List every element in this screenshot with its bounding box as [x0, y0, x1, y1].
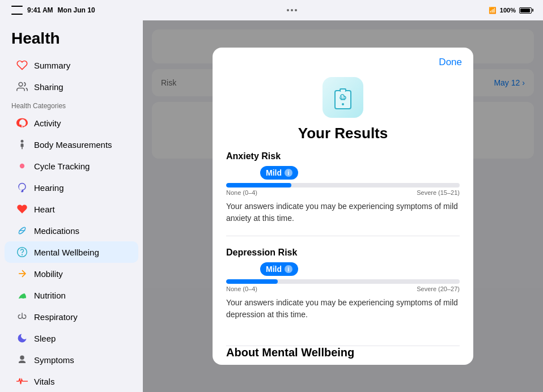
section-divider: [226, 236, 460, 236]
depression-badge-label: Mild: [266, 265, 282, 274]
battery-icon: [519, 7, 532, 14]
symptoms-icon: [16, 353, 28, 366]
sidebar-item-mobility[interactable]: Mobility: [5, 263, 138, 284]
sidebar-item-heart[interactable]: Heart: [5, 198, 138, 220]
heart-icon: [16, 203, 28, 215]
anxiety-badge-label: Mild: [266, 168, 282, 177]
main-content: Health Summary: [0, 20, 543, 392]
vitals-label: Vitals: [34, 377, 54, 386]
anxiety-progress-container: None (0–4) Severe (15–21): [226, 183, 460, 196]
depression-risk-title: Depression Risk: [226, 248, 460, 258]
respiratory-label: Respiratory: [34, 312, 78, 322]
anxiety-risk-section: Anxiety Risk Mild i: [226, 151, 460, 224]
depression-info-icon[interactable]: i: [285, 265, 292, 273]
done-button[interactable]: Done: [439, 57, 462, 68]
status-date: Mon Jun 10: [58, 6, 95, 14]
sidebar-item-symptoms[interactable]: Symptoms: [5, 349, 138, 370]
sidebar-item-body-measurements[interactable]: Body Measurements: [5, 134, 138, 155]
modal-body: Anxiety Risk Mild i: [213, 151, 473, 346]
depression-label-left: None (0–4): [226, 286, 257, 292]
sidebar-item-hearing[interactable]: Hearing: [5, 177, 138, 198]
anxiety-progress-fill: [226, 183, 291, 188]
heart-outline-icon: [16, 59, 28, 71]
mental-wellbeing-label: Mental Wellbeing: [34, 248, 99, 257]
body-measurements-icon: [16, 138, 28, 151]
depression-risk-section: Depression Risk Mild i: [226, 248, 460, 321]
status-bar: 9:41 AM Mon Jun 10 📶 100%: [0, 0, 543, 20]
sleep-label: Sleep: [34, 334, 56, 343]
sidebar-item-sharing[interactable]: Sharing: [5, 76, 138, 97]
svg-point-1: [20, 164, 24, 168]
hearing-label: Hearing: [34, 183, 64, 193]
sidebar-item-activity[interactable]: Activity: [5, 112, 138, 134]
sidebar: Health Summary: [0, 20, 143, 392]
symptoms-label: Symptoms: [34, 355, 74, 365]
sidebar-item-sleep[interactable]: Sleep: [5, 327, 138, 349]
sidebar-item-respiratory[interactable]: Respiratory: [5, 306, 138, 327]
anxiety-badge-row: Mild i: [226, 166, 460, 180]
mobility-label: Mobility: [34, 269, 63, 279]
anxiety-mild-badge: Mild i: [260, 166, 298, 180]
anxiety-risk-title: Anxiety Risk: [226, 151, 460, 161]
activity-icon: [16, 117, 28, 129]
sharing-label: Sharing: [34, 82, 63, 92]
sleep-icon: [16, 332, 28, 344]
modal-icon-area: [213, 68, 473, 122]
anxiety-progress-labels: None (0–4) Severe (15–21): [226, 189, 460, 196]
sidebar-title: Health: [0, 27, 143, 54]
sidebar-item-nutrition[interactable]: Nutrition: [5, 284, 138, 306]
sidebar-item-summary[interactable]: Summary: [5, 54, 138, 76]
depression-progress-fill: [226, 279, 278, 284]
anxiety-progress-track: [226, 183, 460, 188]
results-modal: Done: [213, 48, 473, 365]
depression-progress-track: [226, 279, 460, 284]
svg-point-10: [342, 103, 344, 105]
modal-overlay: Done: [143, 20, 543, 392]
modal-title: Your Results: [213, 122, 473, 151]
about-mental-wellbeing-title: About Mental Wellbeing: [213, 346, 473, 365]
depression-badge-row: Mild i: [226, 262, 460, 276]
sidebar-item-vitals[interactable]: Vitals: [5, 370, 138, 392]
depression-progress-container: None (0–4) Severe (20–27): [226, 279, 460, 292]
dots-indicator: [287, 9, 297, 11]
nutrition-icon: [16, 289, 28, 301]
sidebar-item-mental-wellbeing[interactable]: Mental Wellbeing: [5, 241, 138, 263]
body-measurements-label: Body Measurements: [34, 140, 112, 150]
modal-header: Done: [213, 48, 473, 68]
sharing-icon: [16, 80, 28, 93]
medications-label: Medications: [34, 226, 79, 236]
cycle-tracking-label: Cycle Tracking: [34, 161, 90, 171]
sidebar-item-cycle-tracking[interactable]: Cycle Tracking: [5, 155, 138, 177]
cycle-tracking-icon: [16, 160, 28, 172]
status-bar-right: 📶 100%: [489, 7, 532, 14]
nutrition-label: Nutrition: [34, 291, 66, 300]
depression-mild-badge: Mild i: [260, 262, 298, 276]
svg-point-0: [19, 83, 23, 87]
svg-point-5: [22, 254, 23, 255]
mobility-icon: [16, 267, 28, 280]
anxiety-label-left: None (0–4): [226, 189, 257, 196]
svg-rect-9: [341, 90, 345, 92]
depression-description: Your answers indicate you may be experie…: [226, 297, 460, 321]
medications-icon: [16, 224, 28, 237]
sidebar-toggle-icon[interactable]: [11, 6, 23, 15]
vitals-icon: [16, 375, 28, 387]
activity-label: Activity: [34, 118, 61, 128]
status-bar-center: [287, 9, 297, 11]
status-time: 9:41 AM: [27, 6, 53, 14]
sidebar-item-medications[interactable]: Medications: [5, 220, 138, 241]
depression-progress-labels: None (0–4) Severe (20–27): [226, 286, 460, 292]
respiratory-icon: [16, 310, 28, 323]
right-pane: Risk May 12 › Done: [143, 20, 543, 392]
battery-percent: 100%: [500, 7, 516, 14]
anxiety-description: Your answers indicate you may be experie…: [226, 201, 460, 224]
depression-label-right: Severe (20–27): [417, 286, 460, 292]
wifi-icon: 📶: [489, 7, 497, 14]
brain-clipboard-icon: [323, 77, 363, 118]
anxiety-info-icon[interactable]: i: [285, 169, 292, 177]
categories-header: Health Categories: [0, 97, 143, 112]
status-bar-left: 9:41 AM Mon Jun 10: [11, 6, 95, 15]
anxiety-label-right: Severe (15–21): [417, 189, 460, 196]
summary-label: Summary: [34, 61, 70, 70]
ipad-frame: 9:41 AM Mon Jun 10 📶 100% Health: [0, 0, 543, 392]
